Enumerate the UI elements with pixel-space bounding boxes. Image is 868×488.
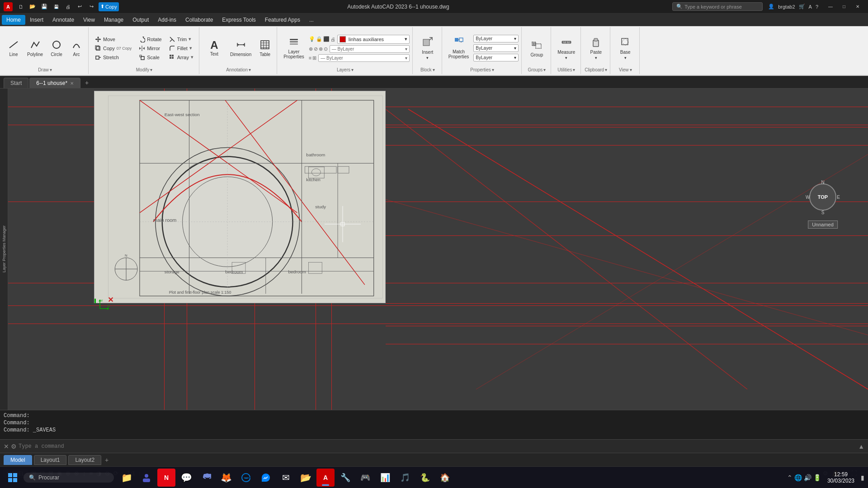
taskbar-app-12[interactable]: 🔧 [336, 469, 354, 487]
layout-tab-add[interactable]: + [103, 456, 110, 464]
menu-more[interactable]: ... [305, 15, 318, 25]
open-btn[interactable]: 📂 [28, 2, 37, 11]
help-icon[interactable]: ? [816, 4, 818, 9]
menu-collaborate[interactable]: Collaborate [181, 15, 217, 25]
menu-featuredapps[interactable]: Featured Apps [260, 15, 305, 25]
cart-icon[interactable]: 🛒 [799, 4, 805, 9]
array-btn[interactable]: Array ▾ [166, 53, 196, 61]
tab-uhouse-close[interactable]: ✕ [70, 81, 74, 86]
rotate-btn[interactable]: Rotate [136, 35, 164, 43]
taskbar-windows-btn[interactable] [4, 469, 22, 487]
move-btn[interactable]: Move [92, 35, 134, 43]
layer-state-dropdown[interactable]: — ByLayer ▾ [330, 45, 410, 53]
layout-tab-layout1[interactable]: Layout1 [34, 455, 67, 465]
copy-btn[interactable]: Copy 07 Copy [92, 44, 134, 52]
taskbar-app-17[interactable]: 🏠 [436, 469, 454, 487]
menu-manage[interactable]: Manage [99, 15, 128, 25]
taskbar-app-14[interactable]: 📊 [376, 469, 394, 487]
taskbar-search[interactable]: 🔍 Procurar [24, 473, 114, 483]
command-input[interactable] [19, 443, 856, 450]
prop-dropdown-3[interactable]: ByLayer ▾ [473, 54, 519, 61]
table-btn[interactable]: Table [256, 38, 274, 59]
taskbar-whatsapp[interactable]: 💬 [177, 469, 195, 487]
taskbar-autocad[interactable]: A [316, 469, 335, 487]
layer-icon-2[interactable]: 🔒 [316, 36, 322, 42]
layer-extra-dropdown[interactable]: — ByLayer ▾ [318, 54, 410, 62]
measure-btn[interactable]: Measure ▾ [555, 35, 578, 62]
redo-btn[interactable]: ↪ [87, 2, 96, 11]
layer-icon-4[interactable]: 🖨 [330, 37, 335, 42]
utilities-expand-icon[interactable]: ▾ [573, 67, 575, 72]
dimension-btn[interactable]: Dimension [227, 38, 254, 59]
menu-output[interactable]: Output [128, 15, 153, 25]
cmd-settings-btn[interactable]: ⚙ [11, 443, 17, 450]
viewport[interactable]: [-][Top][X-Ray] [8, 89, 868, 410]
mirror-btn[interactable]: Mirror [136, 44, 164, 52]
group-btn[interactable]: Group [525, 38, 548, 59]
arc-btn[interactable]: Arc [67, 38, 85, 59]
properties-expand-icon[interactable]: ▾ [492, 67, 494, 72]
menu-annotate[interactable]: Annotate [48, 15, 79, 25]
scale-btn[interactable]: Scale [136, 53, 164, 61]
taskbar-explorer[interactable]: 📁 [118, 469, 136, 487]
modify-expand-icon[interactable]: ▾ [150, 67, 152, 72]
cmd-expand-btn[interactable]: ▲ [858, 443, 864, 450]
taskbar-messenger[interactable] [257, 469, 275, 487]
text-btn[interactable]: A Text [203, 38, 226, 58]
layer-icon-1[interactable]: 💡 [309, 36, 315, 42]
fillet-btn[interactable]: Fillet ▾ [166, 44, 196, 52]
taskbar-app-13[interactable]: 🎮 [356, 469, 374, 487]
save-small-btn[interactable]: 💾 [52, 2, 61, 11]
trim-btn[interactable]: Trim ▾ [166, 35, 196, 43]
prop-dropdown-2[interactable]: ByLayer ▾ [473, 44, 519, 52]
cmd-close-btn[interactable]: ✕ [4, 443, 9, 450]
tab-uhouse[interactable]: 6--1 uhouse* ✕ [29, 78, 80, 88]
layer-dropdown[interactable]: linhas auxiliares ▾ [337, 35, 410, 44]
show-desktop[interactable]: ▮ [861, 474, 864, 481]
menu-home[interactable]: Home [2, 15, 25, 25]
tray-network[interactable]: 🌐 [794, 474, 802, 481]
base-btn[interactable]: Base ▾ [614, 35, 637, 62]
undo-btn[interactable]: ↩ [75, 2, 84, 11]
menu-expresstools[interactable]: Express Tools [217, 15, 260, 25]
stretch-btn[interactable]: Stretch [92, 53, 134, 61]
tab-start[interactable]: Start [4, 78, 28, 88]
l-icon4[interactable]: ⊙ [324, 46, 328, 52]
prop-dropdown-1[interactable]: ByLayer ▾ [473, 35, 519, 42]
share-btn[interactable]: ⬆ Copy [99, 2, 119, 11]
polyline-btn[interactable]: Polyline [24, 38, 46, 59]
layers-expand-icon[interactable]: ▾ [351, 67, 354, 72]
groups-expand-icon[interactable]: ▾ [543, 67, 546, 72]
new-btn[interactable]: 🗋 [16, 2, 25, 11]
l-icon5[interactable]: ≡ [309, 55, 311, 61]
view-expand-icon[interactable]: ▾ [630, 67, 632, 72]
menu-insert[interactable]: Insert [25, 15, 48, 25]
maximize-btn[interactable]: □ [837, 2, 851, 11]
taskbar-teams[interactable] [137, 469, 156, 487]
taskbar-edge[interactable] [237, 469, 255, 487]
l-icon1[interactable]: ⊕ [309, 46, 313, 52]
taskbar-files[interactable]: 📂 [297, 469, 315, 487]
draw-expand-icon[interactable]: ▾ [50, 67, 52, 72]
l-icon3[interactable]: ⊗ [319, 46, 323, 52]
block-expand-icon[interactable]: ▾ [433, 67, 435, 72]
paste-btn[interactable]: Paste ▾ [585, 35, 607, 62]
tray-battery[interactable]: 🔋 [813, 474, 821, 481]
taskbar-app-15[interactable]: 🎵 [396, 469, 414, 487]
menu-view[interactable]: View [79, 15, 99, 25]
system-clock[interactable]: 12:59 30/03/2023 [824, 471, 858, 484]
layer-properties-btn[interactable]: LayerProperties [281, 35, 307, 61]
taskbar-app-16[interactable]: 🐍 [416, 469, 434, 487]
taskbar-mail[interactable]: ✉ [277, 469, 295, 487]
clipboard-expand-icon[interactable]: ▾ [605, 67, 607, 72]
taskbar-netflix[interactable]: N [157, 469, 175, 487]
insert-btn[interactable]: Insert ▾ [416, 35, 439, 62]
l-icon6[interactable]: ⊞ [312, 55, 316, 61]
line-btn[interactable]: Line [5, 38, 23, 59]
tab-add-btn[interactable]: + [81, 77, 92, 88]
match-properties-btn[interactable]: MatchProperties [446, 35, 472, 61]
minimize-btn[interactable]: — [824, 2, 837, 11]
l-icon2[interactable]: ⊘ [314, 46, 318, 52]
ribbon-search[interactable]: 🔍 Type a keyword or phrase [672, 2, 763, 11]
tray-volume[interactable]: 🔊 [804, 474, 811, 481]
